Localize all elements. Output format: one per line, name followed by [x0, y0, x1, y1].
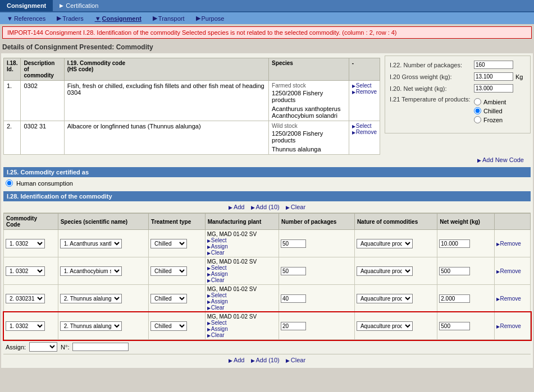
- i28-add-link[interactable]: Add: [229, 204, 245, 210]
- row1-remove-link[interactable]: Remove: [352, 89, 377, 95]
- row2-code: Wild stock 1250/2008 Fishery products Th…: [269, 121, 349, 155]
- i28-row3-packages-input[interactable]: [281, 322, 306, 330]
- i28-add10-link[interactable]: Add (10): [251, 204, 280, 210]
- row1-description: Fish, fresh or chilled, excluding fish f…: [64, 81, 268, 121]
- i28-row0-treatment-select[interactable]: Chilled: [150, 239, 187, 248]
- i28-clear-link[interactable]: Clear: [286, 204, 305, 210]
- frozen-label: Frozen: [483, 117, 503, 123]
- net-weight-input[interactable]: [474, 84, 513, 93]
- chilled-label: Chilled: [483, 108, 503, 114]
- human-consumption-row: Human consumption: [3, 177, 531, 189]
- i28-col-remove: [494, 214, 530, 230]
- nav-purpose[interactable]: ▶ Purpose: [191, 13, 229, 23]
- i28-row1-nature-select[interactable]: Aquaculture products: [357, 266, 413, 276]
- col-id: I.18.Id.: [4, 58, 21, 81]
- tab-consignment[interactable]: Consignment: [0, 0, 53, 11]
- i28-table-row: 2. 0302312. Thunnus alalungaChilledMG, M…: [4, 285, 531, 312]
- bottom-add-link[interactable]: Add: [229, 357, 245, 363]
- i28-row0-plant-select-link[interactable]: Select: [207, 237, 277, 243]
- i28-row0-plant-assign-link[interactable]: Assign: [207, 243, 277, 250]
- tab-certification[interactable]: ▶ Certification: [53, 0, 105, 11]
- temperature-group: Ambient Chilled Frozen: [474, 98, 506, 125]
- radio-ambient[interactable]: [474, 98, 481, 105]
- i28-row0-packages-input[interactable]: [281, 239, 306, 248]
- i28-row1-code-select[interactable]: 1. 0302: [6, 266, 45, 276]
- i28-row0-nature-select[interactable]: Aquaculture products: [357, 239, 413, 248]
- net-weight-label: I.20. Net weight (kg):: [390, 85, 474, 92]
- i28-row0-code-select[interactable]: 1. 0302: [6, 239, 45, 248]
- i28-row2-weight-input[interactable]: [439, 294, 470, 303]
- i28-col-species: Species (scientific name): [58, 214, 148, 230]
- i28-row0-species-select[interactable]: 1. Acanthurus xanthopterus: [60, 239, 122, 248]
- add-new-code-bar: Add New Code: [3, 155, 531, 165]
- radio-frozen[interactable]: [474, 116, 481, 123]
- row1-select-link[interactable]: Select: [352, 82, 377, 89]
- n-label: N°:: [61, 344, 69, 351]
- i28-row3-weight-input[interactable]: [439, 322, 470, 330]
- add-new-code-link[interactable]: Add New Code: [477, 156, 524, 163]
- i28-row2-plant-select-link[interactable]: Select: [207, 292, 277, 298]
- i28-row3-remove-link[interactable]: Remove: [496, 323, 528, 329]
- human-consumption-radio[interactable]: [6, 179, 13, 187]
- i28-row0-plant-clear-link[interactable]: Clear: [207, 250, 277, 256]
- row2-commodity: 0302 31: [21, 121, 64, 155]
- i28-table-row: 1. 03022. Thunnus alalungaChilledMG, MAD…: [4, 312, 531, 340]
- ambient-label: Ambient: [483, 99, 506, 105]
- i28-row1-weight-input[interactable]: [439, 267, 470, 275]
- i28-col-code: CommodityCode: [4, 214, 58, 230]
- bottom-clear-link[interactable]: Clear: [286, 357, 305, 363]
- gross-weight-input[interactable]: [474, 72, 513, 81]
- col-description: Description ofcommodity: [21, 58, 64, 81]
- gross-weight-unit: Kg: [515, 73, 523, 80]
- i28-row2-nature-select[interactable]: Aquaculture products: [357, 294, 413, 303]
- top-nav: Consignment ▶ Certification: [0, 0, 534, 12]
- num-packages-input[interactable]: [474, 61, 513, 69]
- i28-row3-plant-select-link[interactable]: Select: [207, 320, 277, 326]
- i28-row2-treatment-select[interactable]: Chilled: [150, 294, 187, 303]
- n-input[interactable]: [72, 343, 129, 351]
- i28-row3-code-select[interactable]: 1. 0302: [6, 321, 45, 331]
- i28-row1-remove-link[interactable]: Remove: [496, 268, 528, 274]
- i28-col-treatment: Treatment type: [149, 214, 206, 230]
- i28-table-row: 1. 03021. Acanthocybium solandriChilledM…: [4, 257, 531, 285]
- i28-row2-plant-clear-link[interactable]: Clear: [207, 305, 277, 311]
- human-consumption-label: Human consumption: [16, 180, 73, 187]
- i25-header: I.25. Commodity certified as: [3, 167, 531, 177]
- assign-select[interactable]: [29, 342, 57, 352]
- i28-row3-species-select[interactable]: 2. Thunnus alalunga: [60, 321, 122, 331]
- error-bar: IMPORT-144 Consignment I.28. Identificat…: [2, 26, 532, 39]
- bottom-add10-link[interactable]: Add (10): [251, 357, 280, 363]
- i28-row1-packages-input[interactable]: [281, 267, 306, 275]
- i28-row2-remove-link[interactable]: Remove: [496, 296, 528, 302]
- i28-row1-plant-clear-link[interactable]: Clear: [207, 277, 277, 283]
- i28-row2-packages-input[interactable]: [281, 294, 306, 303]
- i28-row3-plant-clear-link[interactable]: Clear: [207, 332, 277, 338]
- i28-row2-code-select[interactable]: 2. 030231: [6, 294, 45, 303]
- radio-chilled[interactable]: [474, 107, 481, 114]
- row2-description: Albacore or longfinned tunas (Thunnus al…: [64, 121, 268, 155]
- i28-row1-species-select[interactable]: 1. Acanthocybium solandri: [60, 266, 122, 276]
- i28-row2-species-select[interactable]: 2. Thunnus alalunga: [60, 294, 122, 303]
- gross-weight-label: I.20 Gross weight (kg):: [390, 73, 474, 80]
- col-hs-code: I.19. Commodity code(HS code): [64, 58, 268, 81]
- row2-remove-link[interactable]: Remove: [352, 129, 377, 135]
- table-row: 2. 0302 31 Albacore or longfinned tunas …: [4, 121, 380, 155]
- i28-header: I.28. Identification of the commodity: [3, 191, 531, 201]
- nav-traders[interactable]: ▶ Traders: [52, 13, 88, 23]
- i28-row0-remove-link[interactable]: Remove: [496, 241, 528, 247]
- nav-references[interactable]: ▼ References: [2, 13, 50, 23]
- i28-row1-plant-assign-link[interactable]: Assign: [207, 271, 277, 277]
- row2-actions: Select Remove: [349, 121, 380, 155]
- nav-consignment[interactable]: ▼ Consignment: [90, 13, 146, 23]
- i28-row1-treatment-select[interactable]: Chilled: [150, 266, 187, 276]
- i28-row3-treatment-select[interactable]: Chilled: [150, 321, 187, 331]
- i28-row3-plant-assign-link[interactable]: Assign: [207, 326, 277, 332]
- i28-row3-nature-select[interactable]: Aquaculture products: [357, 321, 413, 331]
- nav-transport[interactable]: ▶ Transport: [148, 13, 189, 23]
- i28-row0-weight-input[interactable]: [439, 239, 470, 248]
- row2-select-link[interactable]: Select: [352, 123, 377, 129]
- i28-row2-plant-assign-link[interactable]: Assign: [207, 298, 277, 305]
- right-panel: I.22. Number of packages: I.20 Gross wei…: [385, 56, 531, 133]
- i28-row1-plant-select-link[interactable]: Select: [207, 265, 277, 271]
- consignment-tab-label: Consignment: [7, 2, 46, 9]
